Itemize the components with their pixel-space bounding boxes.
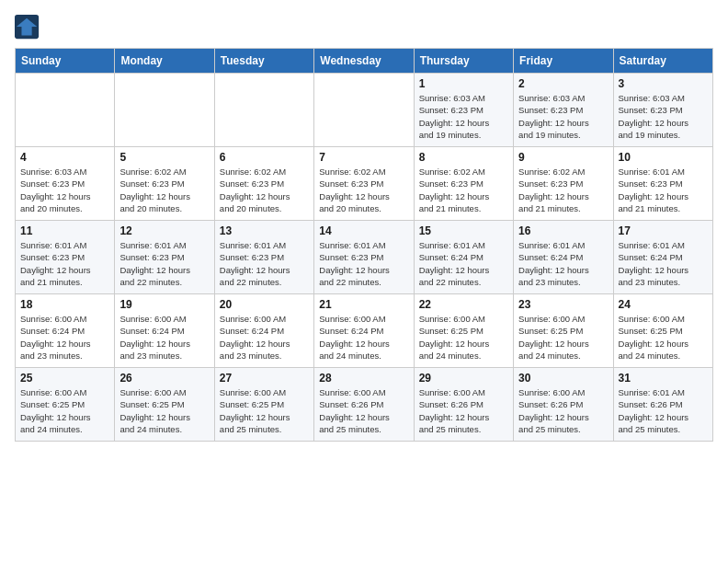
day-info: Sunrise: 6:00 AM Sunset: 6:25 PM Dayligh…	[119, 386, 209, 435]
calendar-cell: 25Sunrise: 6:00 AM Sunset: 6:25 PM Dayli…	[16, 368, 115, 442]
calendar-cell: 31Sunrise: 6:01 AM Sunset: 6:26 PM Dayli…	[613, 368, 712, 442]
day-info: Sunrise: 6:03 AM Sunset: 6:23 PM Dayligh…	[419, 92, 508, 141]
day-info: Sunrise: 6:00 AM Sunset: 6:26 PM Dayligh…	[518, 386, 608, 435]
calendar-week-row: 11Sunrise: 6:01 AM Sunset: 6:23 PM Dayli…	[16, 221, 713, 294]
calendar-cell: 27Sunrise: 6:00 AM Sunset: 6:25 PM Dayli…	[214, 368, 313, 442]
calendar-cell: 7Sunrise: 6:02 AM Sunset: 6:23 PM Daylig…	[314, 147, 414, 221]
logo-icon	[15, 15, 40, 40]
day-info: Sunrise: 6:01 AM Sunset: 6:23 PM Dayligh…	[220, 239, 309, 288]
day-number: 12	[119, 224, 209, 237]
calendar-week-row: 18Sunrise: 6:00 AM Sunset: 6:24 PM Dayli…	[16, 294, 713, 368]
day-number: 2	[518, 77, 608, 90]
day-number: 1	[419, 77, 508, 90]
day-number: 30	[518, 372, 608, 385]
day-info: Sunrise: 6:02 AM Sunset: 6:23 PM Dayligh…	[419, 166, 508, 214]
calendar-table: SundayMondayTuesdayWednesdayThursdayFrid…	[15, 48, 713, 442]
calendar-cell: 17Sunrise: 6:01 AM Sunset: 6:24 PM Dayli…	[613, 221, 712, 294]
calendar-cell: 1Sunrise: 6:03 AM Sunset: 6:23 PM Daylig…	[414, 74, 513, 147]
calendar-cell: 24Sunrise: 6:00 AM Sunset: 6:25 PM Dayli…	[613, 294, 712, 368]
day-info: Sunrise: 6:03 AM Sunset: 6:23 PM Dayligh…	[518, 92, 608, 141]
day-info: Sunrise: 6:03 AM Sunset: 6:23 PM Dayligh…	[20, 166, 109, 214]
col-header-tuesday: Tuesday	[214, 49, 313, 74]
day-info: Sunrise: 6:01 AM Sunset: 6:26 PM Dayligh…	[619, 386, 708, 435]
day-number: 21	[319, 298, 408, 311]
day-number: 17	[619, 224, 708, 237]
day-number: 10	[619, 151, 708, 164]
calendar-cell: 23Sunrise: 6:00 AM Sunset: 6:25 PM Dayli…	[514, 294, 613, 368]
calendar-cell: 13Sunrise: 6:01 AM Sunset: 6:23 PM Dayli…	[214, 221, 313, 294]
calendar-cell: 14Sunrise: 6:01 AM Sunset: 6:23 PM Dayli…	[314, 221, 414, 294]
day-number: 8	[419, 151, 508, 164]
day-info: Sunrise: 6:01 AM Sunset: 6:24 PM Dayligh…	[619, 239, 708, 288]
calendar-cell: 21Sunrise: 6:00 AM Sunset: 6:24 PM Dayli…	[314, 294, 414, 368]
calendar-cell	[214, 74, 313, 147]
day-number: 13	[220, 224, 309, 237]
calendar-cell: 15Sunrise: 6:01 AM Sunset: 6:24 PM Dayli…	[414, 221, 513, 294]
day-number: 4	[20, 151, 109, 164]
day-number: 3	[619, 77, 708, 90]
day-info: Sunrise: 6:00 AM Sunset: 6:25 PM Dayligh…	[20, 386, 109, 435]
day-info: Sunrise: 6:01 AM Sunset: 6:24 PM Dayligh…	[518, 239, 608, 288]
calendar-cell: 5Sunrise: 6:02 AM Sunset: 6:23 PM Daylig…	[115, 147, 214, 221]
calendar-cell: 16Sunrise: 6:01 AM Sunset: 6:24 PM Dayli…	[514, 221, 613, 294]
day-info: Sunrise: 6:00 AM Sunset: 6:25 PM Dayligh…	[619, 313, 708, 362]
col-header-saturday: Saturday	[613, 49, 712, 74]
calendar-cell: 30Sunrise: 6:00 AM Sunset: 6:26 PM Dayli…	[514, 368, 613, 442]
day-number: 11	[20, 224, 109, 237]
day-info: Sunrise: 6:00 AM Sunset: 6:24 PM Dayligh…	[220, 313, 309, 362]
calendar-cell	[16, 74, 115, 147]
calendar-cell: 20Sunrise: 6:00 AM Sunset: 6:24 PM Dayli…	[214, 294, 313, 368]
day-number: 5	[119, 151, 209, 164]
calendar-cell	[115, 74, 214, 147]
day-info: Sunrise: 6:00 AM Sunset: 6:24 PM Dayligh…	[20, 313, 109, 362]
day-info: Sunrise: 6:01 AM Sunset: 6:23 PM Dayligh…	[119, 239, 209, 288]
day-number: 24	[619, 298, 708, 311]
day-info: Sunrise: 6:00 AM Sunset: 6:26 PM Dayligh…	[319, 386, 408, 435]
day-number: 20	[220, 298, 309, 311]
calendar-cell: 8Sunrise: 6:02 AM Sunset: 6:23 PM Daylig…	[414, 147, 513, 221]
calendar-cell: 2Sunrise: 6:03 AM Sunset: 6:23 PM Daylig…	[514, 74, 613, 147]
calendar-cell: 6Sunrise: 6:02 AM Sunset: 6:23 PM Daylig…	[214, 147, 313, 221]
day-number: 29	[419, 372, 508, 385]
day-number: 19	[119, 298, 209, 311]
day-number: 18	[20, 298, 109, 311]
day-info: Sunrise: 6:02 AM Sunset: 6:23 PM Dayligh…	[518, 166, 608, 214]
calendar-cell: 26Sunrise: 6:00 AM Sunset: 6:25 PM Dayli…	[115, 368, 214, 442]
day-number: 27	[220, 372, 309, 385]
day-info: Sunrise: 6:00 AM Sunset: 6:24 PM Dayligh…	[319, 313, 408, 362]
day-number: 22	[419, 298, 508, 311]
day-number: 15	[419, 224, 508, 237]
col-header-wednesday: Wednesday	[314, 49, 414, 74]
page-header	[15, 15, 713, 40]
day-number: 16	[518, 224, 608, 237]
logo	[15, 15, 44, 40]
day-info: Sunrise: 6:02 AM Sunset: 6:23 PM Dayligh…	[220, 166, 309, 214]
calendar-cell: 10Sunrise: 6:01 AM Sunset: 6:23 PM Dayli…	[613, 147, 712, 221]
day-info: Sunrise: 6:00 AM Sunset: 6:25 PM Dayligh…	[220, 386, 309, 435]
calendar-week-row: 1Sunrise: 6:03 AM Sunset: 6:23 PM Daylig…	[16, 74, 713, 147]
calendar-header-row: SundayMondayTuesdayWednesdayThursdayFrid…	[16, 49, 713, 74]
day-number: 6	[220, 151, 309, 164]
calendar-cell: 19Sunrise: 6:00 AM Sunset: 6:24 PM Dayli…	[115, 294, 214, 368]
day-info: Sunrise: 6:01 AM Sunset: 6:23 PM Dayligh…	[619, 166, 708, 214]
col-header-friday: Friday	[514, 49, 613, 74]
calendar-cell: 9Sunrise: 6:02 AM Sunset: 6:23 PM Daylig…	[514, 147, 613, 221]
day-info: Sunrise: 6:02 AM Sunset: 6:23 PM Dayligh…	[319, 166, 408, 214]
col-header-monday: Monday	[115, 49, 214, 74]
calendar-cell: 12Sunrise: 6:01 AM Sunset: 6:23 PM Dayli…	[115, 221, 214, 294]
calendar-cell: 4Sunrise: 6:03 AM Sunset: 6:23 PM Daylig…	[16, 147, 115, 221]
day-info: Sunrise: 6:01 AM Sunset: 6:23 PM Dayligh…	[20, 239, 109, 288]
day-info: Sunrise: 6:01 AM Sunset: 6:24 PM Dayligh…	[419, 239, 508, 288]
day-number: 14	[319, 224, 408, 237]
calendar-cell: 28Sunrise: 6:00 AM Sunset: 6:26 PM Dayli…	[314, 368, 414, 442]
col-header-sunday: Sunday	[16, 49, 115, 74]
day-info: Sunrise: 6:00 AM Sunset: 6:24 PM Dayligh…	[119, 313, 209, 362]
calendar-week-row: 25Sunrise: 6:00 AM Sunset: 6:25 PM Dayli…	[16, 368, 713, 442]
calendar-week-row: 4Sunrise: 6:03 AM Sunset: 6:23 PM Daylig…	[16, 147, 713, 221]
day-info: Sunrise: 6:01 AM Sunset: 6:23 PM Dayligh…	[319, 239, 408, 288]
day-info: Sunrise: 6:03 AM Sunset: 6:23 PM Dayligh…	[619, 92, 708, 141]
day-number: 7	[319, 151, 408, 164]
day-number: 23	[518, 298, 608, 311]
day-info: Sunrise: 6:02 AM Sunset: 6:23 PM Dayligh…	[119, 166, 209, 214]
calendar-cell: 18Sunrise: 6:00 AM Sunset: 6:24 PM Dayli…	[16, 294, 115, 368]
